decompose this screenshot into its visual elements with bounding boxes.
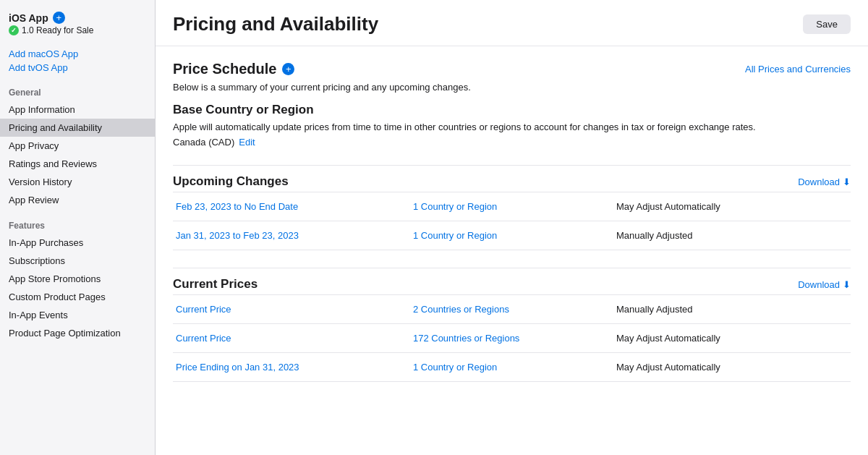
app-header: iOS App + 1.0 Ready for Sale bbox=[0, 12, 155, 43]
download-icon-2: ⬇ bbox=[843, 279, 851, 290]
add-macos-link[interactable]: Add macOS App bbox=[9, 48, 146, 59]
pricing-content: Price Schedule + All Prices and Currenci… bbox=[156, 46, 868, 396]
table-row: Current Price 172 Countries or Regions M… bbox=[173, 324, 851, 353]
sidebar-item-iap[interactable]: In-App Purchases bbox=[0, 234, 155, 252]
current-adjustment-2: May Adjust Automatically bbox=[613, 324, 851, 353]
table-row: Feb 23, 2023 to No End Date 1 Country or… bbox=[173, 192, 851, 221]
current-region-3[interactable]: 1 Country or Region bbox=[410, 353, 613, 382]
upcoming-region-1[interactable]: 1 Country or Region bbox=[410, 192, 613, 221]
app-status: 1.0 Ready for Sale bbox=[9, 25, 146, 35]
sidebar-item-version-history[interactable]: Version History bbox=[0, 173, 155, 191]
price-schedule-subtitle: Below is a summary of your current prici… bbox=[173, 82, 851, 93]
status-label: 1.0 Ready for Sale bbox=[22, 25, 93, 35]
sidebar-item-subscriptions[interactable]: Subscriptions bbox=[0, 252, 155, 270]
price-schedule-section: Price Schedule + All Prices and Currenci… bbox=[173, 61, 851, 148]
add-tvos-link[interactable]: Add tvOS App bbox=[9, 62, 146, 73]
page-header: Pricing and Availability Save bbox=[156, 0, 868, 46]
current-adjustment-3: May Adjust Automatically bbox=[613, 353, 851, 382]
add-price-schedule-button[interactable]: + bbox=[282, 63, 294, 75]
add-app-button[interactable]: + bbox=[53, 12, 65, 24]
sidebar-item-app-information[interactable]: App Information bbox=[0, 101, 155, 119]
upcoming-region-2[interactable]: 1 Country or Region bbox=[410, 221, 613, 250]
all-prices-link[interactable]: All Prices and Currencies bbox=[745, 64, 851, 75]
sidebar-item-custom-pages[interactable]: Custom Product Pages bbox=[0, 288, 155, 306]
sidebar-item-events[interactable]: In-App Events bbox=[0, 306, 155, 324]
upcoming-date-range-2[interactable]: Jan 31, 2023 to Feb 23, 2023 bbox=[173, 221, 410, 250]
current-prices-table: Current Price 2 Countries or Regions Man… bbox=[173, 294, 851, 382]
download-icon: ⬇ bbox=[843, 177, 851, 187]
base-country-title: Base Country or Region bbox=[173, 103, 851, 117]
current-price-1[interactable]: Current Price bbox=[173, 295, 410, 324]
page-title: Pricing and Availability bbox=[173, 13, 378, 35]
upcoming-date-range-1[interactable]: Feb 23, 2023 to No End Date bbox=[173, 192, 410, 221]
price-schedule-title: Price Schedule + bbox=[173, 61, 294, 77]
main-content: Pricing and Availability Save Price Sche… bbox=[156, 0, 868, 455]
upcoming-changes-header: Upcoming Changes Download ⬇ bbox=[173, 165, 851, 189]
base-country-description: Apple will automatically update prices f… bbox=[173, 122, 851, 132]
sidebar-item-ratings[interactable]: Ratings and Reviews bbox=[0, 155, 155, 173]
upcoming-adjustment-2: Manually Adjusted bbox=[613, 221, 851, 250]
upcoming-changes-download-link[interactable]: Download ⬇ bbox=[798, 177, 851, 187]
current-price-2[interactable]: Current Price bbox=[173, 324, 410, 353]
sidebar-item-pricing[interactable]: Pricing and Availability bbox=[0, 119, 155, 137]
app-title-label: iOS App bbox=[9, 12, 48, 24]
app-title-row: iOS App + bbox=[9, 12, 146, 24]
current-prices-section: Current Prices Download ⬇ Current Price … bbox=[173, 268, 851, 382]
base-country-value-row: Canada (CAD) Edit bbox=[173, 137, 851, 148]
base-country-value: Canada (CAD) bbox=[173, 137, 234, 148]
edit-base-country-link[interactable]: Edit bbox=[239, 137, 255, 148]
table-row: Jan 31, 2023 to Feb 23, 2023 1 Country o… bbox=[173, 221, 851, 250]
upcoming-changes-table: Feb 23, 2023 to No End Date 1 Country or… bbox=[173, 192, 851, 250]
save-button[interactable]: Save bbox=[803, 14, 851, 34]
current-prices-header: Current Prices Download ⬇ bbox=[173, 268, 851, 292]
current-prices-download-link[interactable]: Download ⬇ bbox=[798, 279, 851, 290]
sidebar-item-optimization[interactable]: Product Page Optimization bbox=[0, 324, 155, 342]
upcoming-adjustment-1: May Adjust Automatically bbox=[613, 192, 851, 221]
general-section-label: General bbox=[0, 82, 155, 101]
table-row: Current Price 2 Countries or Regions Man… bbox=[173, 295, 851, 324]
current-adjustment-1: Manually Adjusted bbox=[613, 295, 851, 324]
table-row: Price Ending on Jan 31, 2023 1 Country o… bbox=[173, 353, 851, 382]
sidebar-item-promotions[interactable]: App Store Promotions bbox=[0, 270, 155, 288]
status-icon bbox=[9, 25, 19, 35]
base-country-section: Base Country or Region Apple will automa… bbox=[173, 103, 851, 148]
sidebar: iOS App + 1.0 Ready for Sale Add macOS A… bbox=[0, 0, 156, 455]
platform-add-links: Add macOS App Add tvOS App bbox=[0, 43, 155, 82]
current-region-1[interactable]: 2 Countries or Regions bbox=[410, 295, 613, 324]
upcoming-changes-title: Upcoming Changes bbox=[173, 174, 289, 189]
upcoming-changes-section: Upcoming Changes Download ⬇ Feb 23, 2023… bbox=[173, 165, 851, 250]
features-section-label: Features bbox=[0, 215, 155, 234]
current-prices-title: Current Prices bbox=[173, 277, 258, 292]
sidebar-item-app-privacy[interactable]: App Privacy bbox=[0, 137, 155, 155]
sidebar-item-app-review[interactable]: App Review bbox=[0, 191, 155, 209]
current-region-2[interactable]: 172 Countries or Regions bbox=[410, 324, 613, 353]
current-price-3[interactable]: Price Ending on Jan 31, 2023 bbox=[173, 353, 410, 382]
price-schedule-header: Price Schedule + All Prices and Currenci… bbox=[173, 61, 851, 77]
